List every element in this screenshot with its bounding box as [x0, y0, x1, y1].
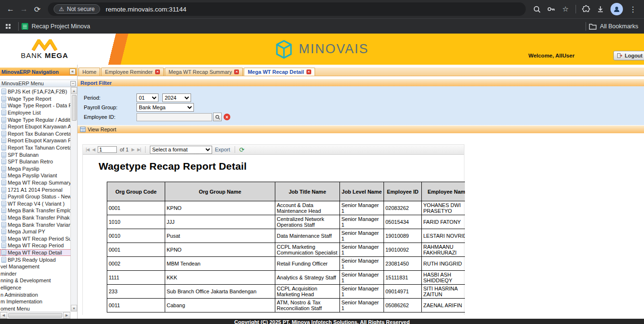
profile-avatar[interactable] [610, 3, 623, 15]
sidebar-item[interactable]: Wage Type Report - Data Payroll [0, 102, 77, 109]
document-icon [1, 110, 6, 116]
tab[interactable]: Mega WT Recap Detail × [244, 68, 315, 76]
scroll-right-icon[interactable]: ▶ [63, 312, 70, 319]
sidebar-item[interactable]: m Implementation [0, 298, 77, 305]
sidebar-item[interactable]: BPJS Ket (F1A,F2A,F2B) [0, 88, 77, 95]
sidebar-item[interactable]: Mega WT Recap Detail [0, 249, 77, 256]
table-cell: Cabang [165, 299, 275, 312]
sidebar-item[interactable]: Wage Type Report [0, 95, 77, 103]
tab[interactable]: Mega WT Recap Summary × [165, 68, 243, 76]
sidebar-item[interactable]: Mega Payslip Variant [0, 172, 77, 179]
sidebar-item[interactable]: Mega Jurnal PY [0, 228, 77, 235]
sidebar-item[interactable]: Mega WT Recap Period [0, 242, 77, 249]
period-year-select[interactable]: 2024 [162, 93, 191, 102]
sidebar-item[interactable]: oment Menu [0, 305, 77, 312]
vertical-scroll-thumb[interactable] [72, 95, 77, 121]
tab-close-icon[interactable]: × [155, 69, 160, 74]
sidebar-item[interactable]: minder [0, 270, 77, 277]
first-page-icon[interactable]: |◀ [86, 147, 89, 152]
scroll-up-icon[interactable]: ▲ [71, 87, 77, 94]
sidebar-item[interactable]: 1721 A1 2014 Personal [0, 186, 77, 193]
sidebar-item[interactable]: Employee List [0, 109, 77, 116]
document-icon [1, 152, 6, 158]
document-icon [1, 222, 6, 228]
period-month-select[interactable]: 01 [136, 93, 158, 102]
table-cell: Senior Manager 1 [340, 201, 384, 215]
bookmark-item[interactable]: Recap Project Minova [22, 23, 90, 30]
sidebar-collapse-button[interactable]: « [69, 69, 76, 75]
export-link[interactable]: Export [215, 147, 230, 152]
table-cell: CCPL Marketing Communication Specialist [275, 243, 340, 257]
payroll-group-select[interactable]: Bank Mega [136, 103, 194, 112]
sidebar-item[interactable]: Mega Bank Transfer Variant [0, 221, 77, 228]
sidebar-item[interactable]: n Administration [0, 291, 77, 298]
table-cell: 1111 [107, 271, 165, 285]
sidebar-item[interactable]: SPT Bulanan [0, 151, 77, 158]
sidebar-item[interactable]: Payroll Group Status - New [0, 193, 77, 200]
sidebar-item[interactable]: WT Recap V4 ( Variant ) [0, 200, 77, 208]
apps-grid-icon[interactable] [6, 24, 11, 29]
sidebar-title: MinovaERP Navigation [1, 69, 59, 75]
forward-icon[interactable]: → [17, 2, 31, 16]
reload-icon[interactable]: ⟳ [31, 2, 44, 16]
tab-label: Mega WT Recap Detail [248, 69, 304, 75]
page-number-input[interactable] [98, 146, 117, 153]
horizontal-scroll-thumb[interactable] [8, 313, 62, 318]
sidebar-item[interactable]: Mega WT Recap Summary [0, 179, 77, 186]
report-title: Wagetype Recap Report Detail [99, 161, 464, 172]
sidebar-item[interactable]: Wage Type Regular / Additional [0, 116, 77, 123]
extensions-icon[interactable] [579, 2, 593, 16]
sidebar-vertical-scrollbar[interactable]: ▲ ▼ [70, 87, 77, 312]
tab-close-icon[interactable]: × [234, 69, 239, 74]
scroll-left-icon[interactable]: ◀ [0, 312, 7, 319]
document-icon [1, 187, 6, 193]
tab[interactable]: Employee Reminder × [101, 68, 164, 76]
sidebar-item[interactable]: Mega WT Recap Period Summary [0, 235, 77, 242]
toolbar-separator [145, 146, 146, 153]
prev-page-icon[interactable]: ◀ [92, 147, 95, 152]
sidebar-item[interactable]: BPJS Ready Upload [0, 256, 77, 263]
employee-lookup-button[interactable] [213, 113, 222, 121]
menu-dots-icon[interactable]: ⋮ [626, 2, 640, 16]
bookmark-star-icon[interactable]: ☆ [558, 2, 573, 16]
clear-employee-id-icon[interactable]: × [224, 114, 230, 120]
refresh-icon[interactable]: ⟳ [239, 146, 245, 153]
password-key-icon[interactable] [544, 2, 558, 16]
last-page-icon[interactable]: ▶| [137, 147, 140, 152]
sidebar-item[interactable]: vel Management [0, 263, 77, 270]
sidebar-item[interactable]: Report Ebupot Karyawan Active [0, 123, 77, 130]
sidebar-item[interactable]: Report Ebupot Karyawan Final [0, 137, 77, 144]
table-cell: JJJ [165, 215, 275, 229]
tab-close-icon[interactable]: × [306, 69, 311, 74]
sidebar-item[interactable]: Report Tax Tahunan Coretax [0, 144, 77, 151]
export-format-select[interactable]: Select a format [150, 146, 212, 154]
sidebar-item[interactable]: SPT Bulanan Retro [0, 158, 77, 165]
sidebar-item-label: 1721 A1 2014 Personal [8, 187, 62, 193]
sidebar-item[interactable]: Report Tax Bulanan Coretax [0, 130, 77, 138]
zoom-icon[interactable] [530, 2, 544, 16]
downloads-icon[interactable] [593, 2, 608, 16]
sidebar-item[interactable]: Mega Bank Transfer Employee [0, 207, 77, 214]
sidebar-item-label: Mega WT Recap Detail [8, 250, 62, 255]
sidebar-horizontal-scrollbar[interactable]: ◀ ▶ [0, 312, 70, 319]
all-bookmarks-button[interactable]: All Bookmarks [589, 23, 638, 30]
view-report-button[interactable]: View Report [78, 125, 644, 133]
sidebar-item-label: Employee List [8, 110, 41, 116]
menu-minimize-button[interactable]: − [70, 81, 76, 86]
sidebar-item[interactable]: Mega Bank Transfer Pihak Ketiga [0, 214, 77, 221]
main-content: Home Employee Reminder × Mega WT Recap S… [78, 65, 644, 324]
scroll-down-icon[interactable]: ▼ [71, 305, 77, 312]
sidebar-item[interactable]: elligence [0, 284, 77, 291]
minovais-box-icon [275, 40, 293, 59]
back-icon[interactable]: ← [4, 2, 17, 16]
next-page-icon[interactable]: ▶ [132, 147, 135, 152]
sidebar-item[interactable]: nning & Development [0, 277, 77, 284]
security-chip[interactable]: ⚠ Not secure [54, 4, 100, 14]
tab[interactable]: Home [79, 68, 100, 76]
table-row: 0001KPNOCCPL Marketing Communication Spe… [107, 243, 465, 257]
page-count-label: of 1 [120, 147, 128, 152]
sidebar-item[interactable]: Mega Payslip [0, 165, 77, 173]
logout-button[interactable]: Logout [613, 51, 644, 60]
address-bar[interactable]: ⚠ Not secure remote.minovais.com:31144 [48, 2, 526, 16]
employee-id-input[interactable] [136, 113, 212, 121]
